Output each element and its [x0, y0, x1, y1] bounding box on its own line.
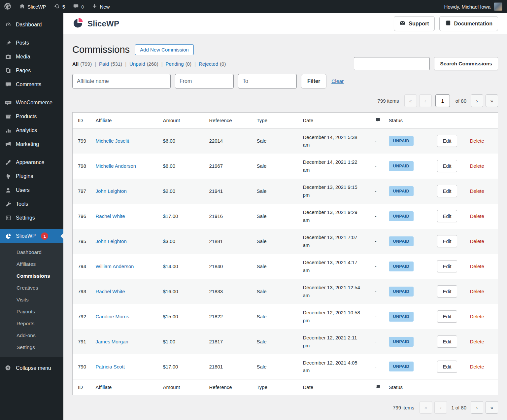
date-from-input[interactable]	[175, 74, 234, 88]
pin-icon	[5, 39, 12, 47]
plugin-header: SliceWP Support Documentation	[63, 13, 507, 34]
admin-bar-account[interactable]: Howdy, Michael Iowa	[439, 0, 507, 13]
first-page-button[interactable]: «	[404, 94, 417, 107]
view-paid-link[interactable]: Paid	[99, 61, 109, 67]
sidebar-item-media[interactable]: Media	[0, 50, 63, 64]
table-footer-row: ID Affiliate Amount Reference Type Date …	[73, 379, 498, 395]
column-date[interactable]: Date	[300, 379, 372, 395]
sidebar-item-pages[interactable]: Pages	[0, 64, 63, 78]
view-unpaid-link[interactable]: Unpaid	[129, 61, 145, 67]
edit-button[interactable]: Edit	[437, 210, 457, 222]
affiliate-link[interactable]: Rachel White	[96, 213, 125, 219]
documentation-button[interactable]: Documentation	[439, 16, 498, 31]
sidebar-item-woocommerce[interactable]: Woo WooCommerce	[0, 96, 63, 110]
sidebar-item-analytics[interactable]: Analytics	[0, 123, 63, 137]
submenu-item-creatives[interactable]: Creatives	[0, 282, 63, 294]
edit-button[interactable]: Edit	[437, 185, 457, 197]
sidebar-item-appearance[interactable]: Appearance	[0, 156, 63, 169]
column-id[interactable]: ID	[73, 113, 93, 128]
delete-link[interactable]: Delete	[470, 339, 484, 344]
column-amount[interactable]: Amount	[160, 113, 207, 128]
delete-link[interactable]: Delete	[470, 364, 484, 369]
affiliate-name-input[interactable]	[72, 74, 171, 88]
view-all-label[interactable]: All	[72, 61, 79, 67]
view-rejected-link[interactable]: Rejected	[199, 61, 218, 67]
sidebar-item-marketing[interactable]: Marketing	[0, 137, 63, 151]
sidebar-item-plugins[interactable]: Plugins	[0, 169, 63, 183]
affiliate-link[interactable]: Rachel White	[96, 289, 125, 294]
column-date[interactable]: Date	[300, 113, 372, 128]
search-commissions-button[interactable]: Search Commissions	[434, 57, 498, 70]
table-row: 798 Michelle Anderson $8.00 21967 Sale D…	[73, 154, 498, 179]
submenu-item-payouts[interactable]: Payouts	[0, 306, 63, 318]
last-page-button[interactable]: »	[486, 401, 498, 414]
submenu-item-settings[interactable]: Settings	[0, 341, 63, 353]
edit-button[interactable]: Edit	[437, 285, 457, 298]
affiliate-link[interactable]: Patricia Scott	[96, 364, 125, 369]
delete-link[interactable]: Delete	[470, 289, 484, 294]
collapse-menu-button[interactable]: Collapse menu	[0, 361, 63, 376]
next-page-button[interactable]: ›	[471, 94, 483, 107]
clear-filters-link[interactable]: Clear	[331, 78, 344, 84]
submenu-item-reports[interactable]: Reports	[0, 318, 63, 330]
edit-button[interactable]: Edit	[437, 235, 457, 247]
admin-bar-updates[interactable]: 5	[50, 0, 69, 13]
delete-link[interactable]: Delete	[470, 188, 484, 194]
sidebar-item-tools[interactable]: Tools	[0, 197, 63, 211]
affiliate-link[interactable]: Caroline Morris	[96, 314, 129, 319]
submenu-item-commissions[interactable]: Commissions	[0, 270, 63, 282]
affiliate-link[interactable]: John Leighton	[96, 238, 127, 244]
edit-button[interactable]: Edit	[437, 135, 457, 147]
admin-bar-site-link[interactable]: SliceWP	[15, 0, 50, 13]
wordpress-menu[interactable]	[0, 0, 15, 13]
edit-button[interactable]: Edit	[437, 335, 457, 348]
sidebar-item-products[interactable]: Products	[0, 110, 63, 123]
commission-id: 794	[73, 254, 93, 279]
submenu-item-affiliates[interactable]: Affiliates	[0, 258, 63, 270]
sidebar-item-comments[interactable]: Comments	[0, 78, 63, 91]
sidebar-item-users[interactable]: Users	[0, 183, 63, 197]
edit-button[interactable]: Edit	[437, 160, 457, 172]
submenu-item-dashboard[interactable]: Dashboard	[0, 246, 63, 258]
affiliate-link[interactable]: William Anderson	[96, 263, 134, 269]
edit-button[interactable]: Edit	[437, 310, 457, 323]
edit-button[interactable]: Edit	[437, 260, 457, 272]
submenu-item-addons[interactable]: Add-ons	[0, 330, 63, 341]
view-pending-link[interactable]: Pending	[166, 61, 184, 67]
filter-button[interactable]: Filter	[301, 74, 326, 88]
search-input[interactable]	[354, 57, 430, 70]
column-id[interactable]: ID	[73, 379, 93, 395]
date-to-input[interactable]	[238, 74, 297, 88]
sidebar-item-slicewp[interactable]: SliceWP 1	[0, 229, 63, 243]
sidebar-item-dashboard[interactable]: Dashboard	[0, 18, 63, 32]
submenu-item-visits[interactable]: Visits	[0, 294, 63, 306]
current-page-input[interactable]	[435, 94, 450, 107]
sidebar-item-settings[interactable]: Settings	[0, 211, 63, 225]
support-button[interactable]: Support	[394, 16, 434, 31]
first-page-button[interactable]: «	[420, 401, 432, 414]
affiliate-link[interactable]: James Morgan	[96, 339, 128, 344]
delete-link[interactable]: Delete	[470, 163, 484, 169]
commission-note: -	[372, 128, 386, 154]
delete-link[interactable]: Delete	[470, 238, 484, 244]
edit-button[interactable]: Edit	[437, 361, 457, 373]
delete-link[interactable]: Delete	[470, 314, 484, 319]
prev-page-button[interactable]: ‹	[419, 94, 432, 107]
woocommerce-icon: Woo	[5, 99, 12, 106]
sidebar-item-posts[interactable]: Posts	[0, 36, 63, 50]
commission-type: Sale	[254, 254, 300, 279]
affiliate-link[interactable]: Michelle Anderson	[96, 163, 136, 169]
admin-bar-comments[interactable]: 0	[69, 0, 88, 13]
affiliate-link[interactable]: John Leighton	[96, 188, 127, 194]
admin-bar-new[interactable]: New	[88, 0, 114, 13]
last-page-button[interactable]: »	[486, 94, 498, 107]
add-new-commission-button[interactable]: Add New Commission	[135, 44, 194, 55]
column-amount[interactable]: Amount	[160, 379, 207, 395]
delete-link[interactable]: Delete	[470, 263, 484, 269]
prev-page-button[interactable]: ‹	[434, 401, 447, 414]
delete-link[interactable]: Delete	[470, 213, 484, 219]
affiliate-link[interactable]: Michelle Joselit	[96, 138, 129, 144]
delete-link[interactable]: Delete	[470, 138, 484, 144]
commission-id: 792	[73, 304, 93, 329]
next-page-button[interactable]: ›	[471, 401, 483, 414]
